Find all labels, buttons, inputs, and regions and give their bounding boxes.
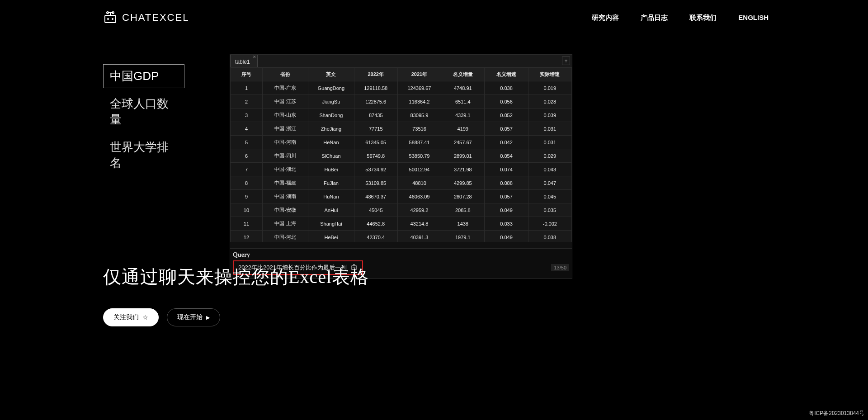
- cell[interactable]: 3: [231, 109, 263, 122]
- cell[interactable]: 116364.2: [397, 95, 441, 109]
- cell[interactable]: 中国-福建: [262, 176, 308, 190]
- cell[interactable]: 0.038: [528, 231, 571, 242]
- cell[interactable]: 0.031: [528, 122, 571, 136]
- cell[interactable]: 1979.1: [441, 231, 485, 242]
- cell[interactable]: 4199: [441, 122, 485, 136]
- table-row[interactable]: 10中国-安徽AnHui4504542959.22085.80.0490.035: [231, 203, 572, 217]
- cell[interactable]: HuBei: [308, 163, 354, 176]
- cell[interactable]: 77715: [354, 122, 397, 136]
- cell[interactable]: 中国-山东: [262, 109, 308, 122]
- col-real-rate[interactable]: 实际增速: [528, 68, 571, 81]
- cell[interactable]: 53109.85: [354, 176, 397, 190]
- col-english[interactable]: 英文: [308, 68, 354, 81]
- cell[interactable]: 6: [231, 149, 263, 163]
- follow-button[interactable]: 关注我们 ☆: [103, 308, 159, 326]
- cell[interactable]: 45045: [354, 203, 397, 217]
- cell[interactable]: 0.045: [528, 190, 571, 203]
- cell[interactable]: 83095.9: [397, 109, 441, 122]
- cell[interactable]: 中国-河南: [262, 136, 308, 149]
- cell[interactable]: 0.074: [485, 163, 528, 176]
- cell[interactable]: 58887.41: [397, 136, 441, 149]
- cell[interactable]: 0.031: [528, 136, 571, 149]
- cell[interactable]: 53734.92: [354, 163, 397, 176]
- cell[interactable]: 48810: [397, 176, 441, 190]
- col-province[interactable]: 省份: [262, 68, 308, 81]
- cell[interactable]: 7: [231, 163, 263, 176]
- cell[interactable]: 10: [231, 203, 263, 217]
- cell[interactable]: 46063.09: [397, 190, 441, 203]
- table-row[interactable]: 12中国-河北HeBei42370.440391.31979.10.0490.0…: [231, 231, 572, 242]
- cell[interactable]: 5: [231, 136, 263, 149]
- col-nominal-inc[interactable]: 名义增量: [441, 68, 485, 81]
- cell[interactable]: 8: [231, 176, 263, 190]
- cell[interactable]: AnHui: [308, 203, 354, 217]
- cell[interactable]: HeBei: [308, 231, 354, 242]
- cell[interactable]: 中国-上海: [262, 217, 308, 231]
- cell[interactable]: 4: [231, 122, 263, 136]
- tab-university-ranking[interactable]: 世界大学排名: [103, 135, 184, 175]
- close-icon[interactable]: ✕: [253, 55, 256, 59]
- cell[interactable]: 122875.6: [354, 95, 397, 109]
- col-2022[interactable]: 2022年: [354, 68, 397, 81]
- cell[interactable]: 中国-四川: [262, 149, 308, 163]
- cell[interactable]: 2085.8: [441, 203, 485, 217]
- cell[interactable]: GuangDong: [308, 81, 354, 95]
- nav-contact[interactable]: 联系我们: [689, 14, 717, 22]
- add-sheet-button[interactable]: +: [562, 57, 570, 65]
- cell[interactable]: 11: [231, 217, 263, 231]
- cell[interactable]: SiChuan: [308, 149, 354, 163]
- table-row[interactable]: 1中国-广东GuangDong129118.58124369.674748.91…: [231, 81, 572, 95]
- cell[interactable]: 0.057: [485, 190, 528, 203]
- sheet-tab-table1[interactable]: table1 ✕: [230, 55, 258, 67]
- cell[interactable]: 0.035: [528, 203, 571, 217]
- cell[interactable]: 中国-广东: [262, 81, 308, 95]
- cell[interactable]: 0.039: [528, 109, 571, 122]
- cell[interactable]: 0.033: [485, 217, 528, 231]
- cell[interactable]: 44652.8: [354, 217, 397, 231]
- table-row[interactable]: 8中国-福建FuJian53109.85488104299.850.0880.0…: [231, 176, 572, 190]
- cell[interactable]: 87435: [354, 109, 397, 122]
- cell[interactable]: 4339.1: [441, 109, 485, 122]
- cell[interactable]: JiangSu: [308, 95, 354, 109]
- cell[interactable]: 6511.4: [441, 95, 485, 109]
- cell[interactable]: 0.057: [485, 122, 528, 136]
- table-row[interactable]: 11中国-上海ShangHai44652.843214.814380.033-0…: [231, 217, 572, 231]
- cell[interactable]: 0.028: [528, 95, 571, 109]
- cell[interactable]: 0.088: [485, 176, 528, 190]
- cell[interactable]: FuJian: [308, 176, 354, 190]
- cell[interactable]: 中国-湖南: [262, 190, 308, 203]
- cell[interactable]: 中国-浙江: [262, 122, 308, 136]
- cell[interactable]: 2607.28: [441, 190, 485, 203]
- cell[interactable]: 1: [231, 81, 263, 95]
- cell[interactable]: 129118.58: [354, 81, 397, 95]
- cell[interactable]: 0.054: [485, 149, 528, 163]
- cell[interactable]: 0.047: [528, 176, 571, 190]
- cell[interactable]: 1438: [441, 217, 485, 231]
- cell[interactable]: 50012.94: [397, 163, 441, 176]
- cell[interactable]: 0.052: [485, 109, 528, 122]
- col-2021[interactable]: 2021年: [397, 68, 441, 81]
- cell[interactable]: 2457.67: [441, 136, 485, 149]
- nav-changelog[interactable]: 产品日志: [641, 14, 668, 22]
- col-nominal-rate[interactable]: 名义增速: [485, 68, 528, 81]
- cell[interactable]: 2899.01: [441, 149, 485, 163]
- cell[interactable]: 中国-安徽: [262, 203, 308, 217]
- cell[interactable]: 73516: [397, 122, 441, 136]
- cell[interactable]: 12: [231, 231, 263, 242]
- col-index[interactable]: 序号: [231, 68, 263, 81]
- cell[interactable]: 4748.91: [441, 81, 485, 95]
- icp-footer[interactable]: 粤ICP备2023013844号: [809, 410, 864, 417]
- table-row[interactable]: 5中国-河南HeNan61345.0558887.412457.670.0420…: [231, 136, 572, 149]
- cell[interactable]: 43214.8: [397, 217, 441, 231]
- cell[interactable]: 40391.3: [397, 231, 441, 242]
- cell[interactable]: 0.042: [485, 136, 528, 149]
- cell[interactable]: 42370.4: [354, 231, 397, 242]
- tab-world-population[interactable]: 全球人口数量: [103, 92, 184, 132]
- cell[interactable]: 0.056: [485, 95, 528, 109]
- cell[interactable]: -0.002: [528, 217, 571, 231]
- cell[interactable]: ShangHai: [308, 217, 354, 231]
- start-button[interactable]: 现在开始 ▶: [167, 308, 220, 326]
- cell[interactable]: 9: [231, 190, 263, 203]
- table-row[interactable]: 7中国-湖北HuBei53734.9250012.943721.980.0740…: [231, 163, 572, 176]
- cell[interactable]: 4299.85: [441, 176, 485, 190]
